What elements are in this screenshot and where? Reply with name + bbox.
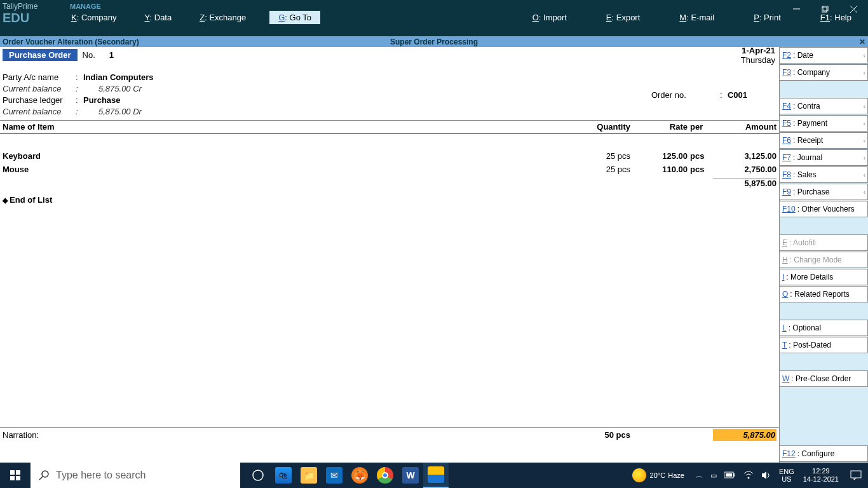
voucher-no-value[interactable]: 1 (109, 50, 114, 60)
item-qty[interactable]: 25 pcs (573, 151, 630, 161)
svg-rect-8 (16, 476, 20, 480)
order-no-value[interactable]: C001 (728, 90, 747, 100)
ledger-value[interactable]: Purchase (83, 95, 121, 106)
party-label: Party A/c name (3, 72, 76, 83)
tray-chevron-icon[interactable]: ︿ (692, 471, 707, 480)
task-view-icon[interactable] (245, 463, 271, 488)
maximize-icon (822, 6, 829, 13)
menu-data[interactable]: Y: Data (140, 10, 177, 25)
end-of-list: ◆ End of List (3, 190, 776, 210)
search-icon (38, 470, 50, 481)
item-row[interactable]: Keyboard 25 pcs 125.00 pcs 3,125.00 (3, 149, 776, 163)
secondary-close-icon[interactable]: ✕ (859, 37, 865, 46)
menu-print[interactable]: P: Print (749, 10, 786, 25)
svg-point-11 (253, 470, 263, 480)
item-rate[interactable]: 110.00 (630, 165, 688, 174)
notifications-icon[interactable] (844, 470, 868, 480)
tray-battery-icon[interactable] (721, 471, 740, 479)
voucher-content: Purchase Order No. 1 1-Apr-21 Thursday P… (0, 47, 779, 463)
svg-marker-16 (762, 471, 766, 479)
tray-wifi-icon[interactable] (740, 471, 757, 480)
clock-time: 12:29 (803, 467, 839, 475)
chrome-icon[interactable] (372, 463, 398, 488)
side-optional[interactable]: L: Optional (780, 320, 868, 336)
side-receipt[interactable]: F6: Receipt‹ (780, 132, 868, 149)
side-post-dated[interactable]: T: Post-Dated (780, 337, 868, 353)
voucher-no-label: No. (83, 50, 95, 60)
minimize-button[interactable] (782, 0, 811, 18)
minimize-icon (793, 6, 800, 13)
svg-rect-13 (733, 473, 735, 477)
item-name[interactable]: Keyboard (3, 151, 573, 161)
side-contra[interactable]: F4: Contra‹ (780, 98, 868, 114)
menu-import[interactable]: O: Import (527, 10, 572, 25)
item-row[interactable]: Mouse 25 pcs 110.00 pcs 2,750.00 (3, 163, 776, 176)
menu-goto[interactable]: G: Go To (269, 10, 321, 25)
narration-label[interactable]: Narration: (3, 430, 39, 440)
subtotal: 5,875.00 (713, 178, 776, 188)
items-header: Name of Item Quantity Rate per Amount (0, 120, 779, 134)
side-other-vouchers[interactable]: F10: Other Vouchers (780, 201, 868, 217)
side-change-mode: H: Change Mode (780, 252, 868, 268)
item-amount: 2,750.00 (713, 165, 776, 174)
system-tray: 20°C Haze ︿ ▭ ENGUS 12:29 14-12-2021 (632, 463, 868, 488)
side-pre-close-order[interactable]: W: Pre-Close Order (780, 370, 868, 387)
voucher-date[interactable]: 1-Apr-21 (741, 46, 775, 55)
current-balance-label: Current balance (3, 83, 76, 95)
col-name: Name of Item (3, 122, 573, 132)
word-icon[interactable]: W (398, 463, 423, 488)
item-qty[interactable]: 25 pcs (573, 165, 630, 174)
clock[interactable]: 12:29 14-12-2021 (798, 467, 844, 484)
order-no-block: Order no. : C001 (651, 90, 747, 100)
current-balance-value: 5,875.00 Cr (83, 83, 142, 95)
side-company[interactable]: F3: Company‹ (780, 64, 868, 81)
svg-rect-6 (16, 470, 20, 475)
taskbar-search[interactable]: Type here to search (31, 463, 240, 488)
items-body: Keyboard 25 pcs 125.00 pcs 3,125.00 Mous… (0, 134, 779, 427)
svg-rect-7 (10, 476, 15, 480)
col-amount: Amount (713, 122, 776, 132)
mail-icon[interactable]: ✉ (322, 463, 347, 488)
close-button[interactable] (839, 0, 868, 18)
menu-email[interactable]: M: E-mail (674, 10, 719, 25)
voucher-type-label[interactable]: Purchase Order (3, 49, 78, 61)
tray-meet-icon[interactable]: ▭ (707, 471, 721, 480)
side-date[interactable]: F2: Date‹ (780, 47, 868, 64)
side-related-reports[interactable]: O: Related Reports (780, 286, 868, 302)
tray-volume-icon[interactable] (757, 471, 775, 480)
total-qty: 50 pcs (573, 430, 630, 440)
menu-export[interactable]: E: Export (601, 10, 645, 25)
side-payment[interactable]: F5: Payment‹ (780, 115, 868, 132)
item-per[interactable]: pcs (688, 165, 713, 174)
weather-icon (632, 468, 646, 482)
party-value[interactable]: Indian Computers (83, 72, 154, 83)
item-amount: 3,125.00 (713, 151, 776, 161)
weather-widget[interactable]: 20°C Haze (632, 468, 684, 482)
item-per[interactable]: pcs (688, 151, 713, 161)
menu-exchange[interactable]: Z: Exchange (194, 10, 251, 25)
side-configure[interactable]: F12: Configure (780, 445, 868, 462)
explorer-icon[interactable]: 📁 (296, 463, 322, 488)
order-no-label: Order no. (651, 90, 720, 100)
side-more-details[interactable]: I: More Details (780, 269, 868, 285)
item-rate[interactable]: 125.00 (630, 151, 688, 161)
firefox-icon[interactable]: 🦊 (347, 463, 372, 488)
clock-date: 14-12-2021 (803, 475, 839, 484)
tally-icon[interactable] (423, 463, 449, 488)
start-button[interactable] (0, 463, 31, 488)
menu-company[interactable]: K: Company (66, 10, 122, 25)
store-icon[interactable]: 🛍 (271, 463, 296, 488)
close-icon (850, 6, 857, 13)
svg-rect-17 (851, 471, 861, 478)
item-name[interactable]: Mouse (3, 165, 573, 174)
secondary-bar: Order Voucher Alteration (Secondary) Sup… (0, 36, 868, 47)
app-edition: EDU (3, 11, 64, 25)
side-sales[interactable]: F8: Sales‹ (780, 166, 868, 183)
voucher-header: Purchase Order No. 1 1-Apr-21 Thursday (0, 47, 779, 63)
total-amount: 5,875.00 (713, 429, 776, 441)
side-purchase[interactable]: F9: Purchase‹ (780, 184, 868, 200)
voucher-day: Thursday (741, 55, 775, 65)
maximize-button[interactable] (811, 0, 839, 18)
language-indicator[interactable]: ENGUS (775, 468, 798, 483)
side-journal[interactable]: F7: Journal‹ (780, 149, 868, 166)
